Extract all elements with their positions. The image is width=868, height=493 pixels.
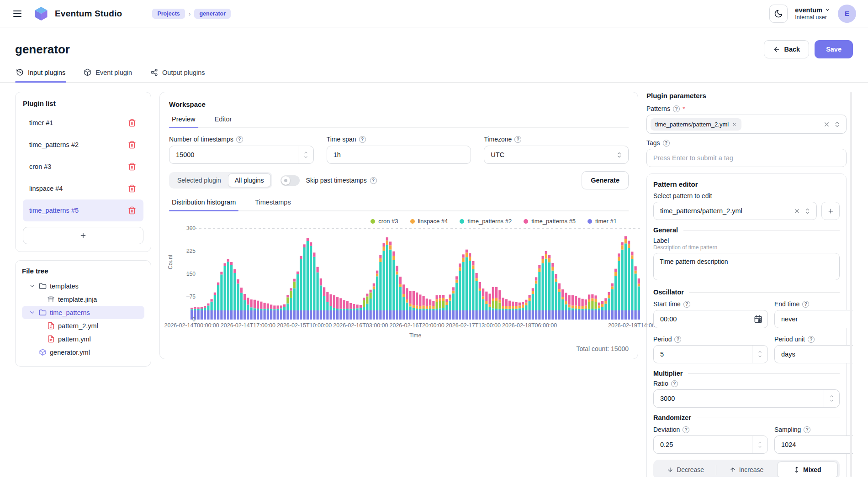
back-button[interactable]: Back — [764, 40, 809, 58]
help-icon[interactable]: ? — [808, 336, 815, 343]
patterns-multiselect[interactable]: time_patterns/pattern_2.yml — [646, 115, 847, 134]
help-icon[interactable]: ? — [673, 105, 680, 112]
help-icon[interactable]: ? — [802, 301, 809, 308]
help-icon[interactable]: ? — [236, 136, 243, 143]
app-logo-cube-icon — [33, 5, 49, 22]
chevron-up-icon — [757, 440, 763, 445]
theme-toggle-button[interactable] — [769, 5, 788, 23]
ratio-input[interactable] — [654, 390, 824, 407]
period-input[interactable] — [654, 346, 752, 363]
tab-timestamps[interactable]: Timestamps — [252, 196, 293, 210]
legend-label: time_patterns #2 — [467, 218, 512, 225]
deviation-stepper[interactable] — [752, 436, 767, 453]
plugin-label: time_patterns #5 — [29, 207, 79, 214]
plugin-label: cron #3 — [29, 163, 51, 170]
timestamps-input[interactable] — [169, 146, 298, 163]
sampling-input[interactable] — [775, 436, 853, 453]
tab-output-plugins[interactable]: Output plugins — [149, 68, 206, 82]
multiplier-section-heading: Multiplier — [653, 370, 683, 377]
tree-item-pattern-2-yml[interactable]: pattern_2.yml — [22, 319, 144, 332]
help-icon[interactable]: ? — [683, 426, 689, 433]
legend-item[interactable]: time_patterns #5 — [524, 218, 576, 225]
tree-item-template-jinja[interactable]: template.jinja — [22, 293, 144, 306]
skip-past-toggle[interactable] — [281, 175, 300, 186]
tags-input[interactable] — [647, 149, 846, 167]
period-stepper[interactable] — [752, 346, 767, 363]
pattern-select[interactable] — [653, 202, 817, 220]
tree-item-generator-yml[interactable]: generator.yml — [22, 346, 144, 359]
scrollbar-track[interactable] — [850, 92, 852, 477]
user-menu[interactable]: eventum Internal user — [795, 6, 831, 21]
tab-editor[interactable]: Editor — [212, 113, 235, 127]
legend-item[interactable]: linspace #4 — [410, 218, 448, 225]
chart-legend: cron #3linspace #4time_patterns #2time_p… — [169, 218, 617, 225]
legend-item[interactable]: timer #1 — [587, 218, 617, 225]
plugin-list-item[interactable]: cron #3 — [23, 156, 143, 178]
chevron-up-icon — [757, 350, 763, 354]
tab-input-plugins[interactable]: Input plugins — [15, 68, 66, 82]
help-icon[interactable]: ? — [683, 301, 690, 308]
period-unit-select[interactable] — [774, 345, 853, 363]
generate-button[interactable]: Generate — [582, 171, 629, 189]
legend-item[interactable]: cron #3 — [370, 218, 398, 225]
distribution-histogram: Count 075150225300 2026-02-14T00:00:0020… — [169, 228, 629, 341]
chevron-down-icon[interactable] — [29, 309, 36, 316]
add-plugin-button[interactable] — [23, 227, 143, 244]
plugin-list-item[interactable]: time_patterns #5 — [23, 199, 143, 221]
deviation-input[interactable] — [654, 436, 752, 453]
help-icon[interactable]: ? — [671, 380, 678, 387]
breadcrumb-projects[interactable]: Projects — [152, 9, 185, 19]
timespan-input[interactable] — [327, 146, 471, 163]
plugin-list-item[interactable]: time_patterns #2 — [23, 134, 143, 156]
menu-icon[interactable] — [12, 8, 23, 19]
direction-mixed[interactable]: Mixed — [777, 462, 838, 477]
tree-item-templates[interactable]: templates — [22, 279, 144, 293]
label-textarea[interactable]: Time pattern description — [653, 253, 840, 280]
delete-plugin-button[interactable] — [125, 182, 139, 195]
calendar-clock-icon[interactable] — [754, 315, 762, 324]
help-icon[interactable]: ? — [663, 140, 670, 147]
scope-selected-plugin[interactable]: Selected plugin — [170, 173, 228, 187]
end-time-input[interactable] — [775, 310, 853, 328]
tab-distribution-histogram[interactable]: Distribution histogram — [169, 196, 238, 210]
timezone-select[interactable] — [484, 146, 629, 164]
remove-chip-icon[interactable] — [732, 122, 737, 127]
timespan-field-group: Time span? — [327, 136, 471, 164]
add-pattern-button[interactable] — [821, 202, 840, 220]
help-icon[interactable]: ? — [674, 336, 681, 343]
avatar[interactable]: E — [838, 5, 856, 23]
y-tick-label: 0 — [180, 316, 196, 323]
help-icon[interactable]: ? — [359, 136, 366, 143]
start-time-input[interactable] — [654, 310, 754, 328]
plugin-list-item[interactable]: linspace #4 — [23, 178, 143, 199]
delete-plugin-button[interactable] — [125, 116, 139, 130]
chevrons-up-down-icon — [834, 121, 841, 128]
delete-plugin-button[interactable] — [125, 160, 139, 173]
chevron-down-icon[interactable] — [29, 283, 36, 289]
delete-plugin-button[interactable] — [125, 204, 139, 217]
delete-plugin-button[interactable] — [125, 138, 139, 152]
plugin-list-item[interactable]: timer #1 — [23, 112, 143, 134]
direction-decrease[interactable]: Decrease — [655, 462, 716, 477]
save-button[interactable]: Save — [815, 40, 853, 58]
tab-preview[interactable]: Preview — [169, 113, 198, 127]
tree-item-pattern-yml[interactable]: pattern.yml — [22, 332, 144, 346]
legend-item[interactable]: time_patterns #2 — [460, 218, 512, 225]
help-icon[interactable]: ? — [804, 426, 810, 433]
workspace-tabs: Preview Editor — [169, 113, 629, 128]
randomizer-section-heading: Randomizer — [653, 414, 691, 421]
tab-event-plugin[interactable]: Event plugin — [83, 68, 133, 82]
sampling-field-group: Sampling? — [774, 423, 853, 454]
breadcrumb-generator[interactable]: generator — [194, 9, 231, 19]
help-icon[interactable]: ? — [370, 177, 377, 184]
app-header: Eventum Studio Projects › generator even… — [0, 0, 868, 27]
ratio-stepper[interactable] — [824, 390, 839, 407]
legend-dot — [524, 219, 528, 224]
timestamps-stepper[interactable] — [298, 146, 313, 163]
help-icon[interactable]: ? — [514, 136, 521, 143]
user-name: eventum — [795, 6, 822, 14]
tree-item-time-patterns[interactable]: time_patterns — [22, 306, 144, 319]
scope-all-plugins[interactable]: All plugins — [228, 173, 271, 187]
direction-increase[interactable]: Increase — [716, 462, 777, 477]
tree-item-label: time_patterns — [50, 309, 90, 316]
